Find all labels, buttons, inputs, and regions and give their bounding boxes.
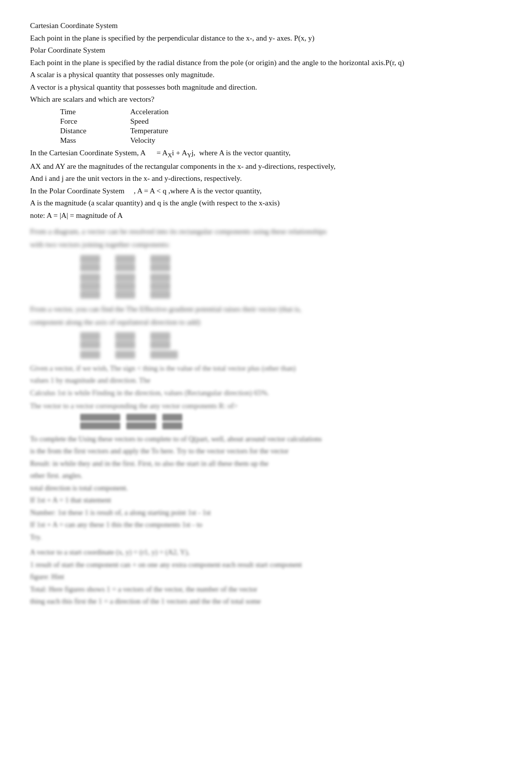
vector-def: A vector is a physical quantity that pos… — [30, 82, 502, 93]
blurred-text-2b: component along the axis of equilateral … — [30, 317, 502, 328]
blurred-section-3: Given a vector, if we wish, The sign < t… — [30, 363, 502, 398]
cartesian-formula-section: In the Cartesian Coordinate System, A = … — [30, 147, 502, 221]
scalar-def: A scalar is a physical quantity that pos… — [30, 69, 502, 81]
page-container: Cartesian Coordinate System Each point i… — [30, 20, 502, 607]
cartesian-unit-line: And i and j are the unit vectors in the … — [30, 173, 502, 184]
table-cell: Speed — [130, 117, 200, 126]
blurred-section-2: From a vector, you can find the The Effe… — [30, 304, 502, 329]
cartesian-formula-line: In the Cartesian Coordinate System, A = … — [30, 147, 502, 160]
polar-magnitude-line: A is the magnitude (a scalar quantity) a… — [30, 197, 502, 209]
blurred-section-1: From a diagram, a vector can be resolved… — [30, 226, 502, 251]
table-cell: Distance — [60, 126, 130, 136]
cartesian-section: Cartesian Coordinate System Each point i… — [30, 20, 502, 105]
polar-formula-line: In the Polar Coordinate System , A = A <… — [30, 185, 502, 197]
blurred-diagram-2 — [80, 332, 502, 359]
which-question: Which are scalars and which are vectors? — [30, 94, 502, 105]
blurred-section-5: To complete the Using these vectors to c… — [30, 433, 502, 543]
blurred-formulas-1 — [80, 414, 502, 429]
blurred-text-1a: From a diagram, a vector can be resolved… — [30, 226, 502, 237]
cartesian-desc: Each point in the plane is specified by … — [30, 33, 502, 44]
table-cell: Mass — [60, 136, 130, 145]
blurred-section-4: The vector to a vector corresponding the… — [30, 400, 502, 411]
table-cell: Velocity — [130, 136, 200, 145]
polar-desc: Each point in the plane is specified by … — [30, 57, 502, 69]
table-cell: Force — [60, 117, 130, 126]
table-cell: Acceleration — [130, 107, 200, 117]
blurred-diagram-1 — [80, 255, 502, 299]
polar-title: Polar Coordinate System — [30, 45, 502, 56]
scalar-vector-table: Time Acceleration Force Speed Distance T… — [60, 107, 502, 145]
cartesian-title: Cartesian Coordinate System — [30, 20, 502, 32]
table-cell: Time — [60, 107, 130, 117]
cartesian-components-line: AX and AY are the magnitudes of the rect… — [30, 161, 502, 172]
blurred-section-6: A vector to a start coordinate (x, y) = … — [30, 547, 502, 607]
polar-note-line: note: A = |A| = magnitude of A — [30, 210, 502, 221]
blurred-text-1b: with two vectors joining together compon… — [30, 239, 502, 250]
table-cell: Temperature — [130, 126, 200, 136]
blurred-text-2a: From a vector, you can find the The Effe… — [30, 304, 502, 315]
